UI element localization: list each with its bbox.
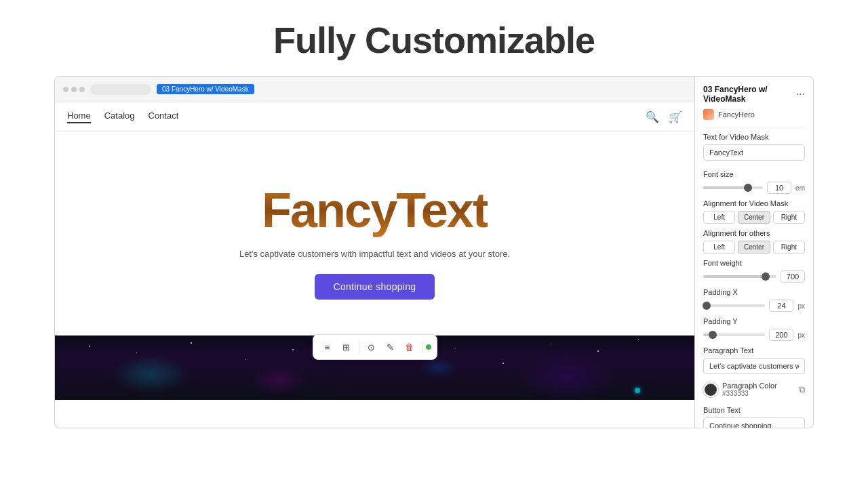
text-for-video-mask-label: Text for Video Mask — [703, 133, 805, 141]
browser-chrome: 03 FancyHero w/ VideoMask — [55, 77, 694, 102]
font-weight-fill — [703, 275, 766, 278]
padding-y-unit: px — [797, 331, 805, 339]
align-others-right[interactable]: Right — [773, 241, 805, 253]
paragraph-color-row: Paragraph Color #333333 ⧉ — [703, 378, 805, 401]
toolbar-separator-1 — [359, 341, 359, 353]
browser-dot-2 — [71, 87, 77, 92]
fancy-text-display: FancyText — [262, 182, 488, 238]
toolbar-link-btn[interactable]: ⊙ — [363, 338, 380, 356]
font-weight-label: Font weight — [703, 259, 805, 267]
alignment-others-group: Left Center Right — [703, 241, 805, 253]
paragraph-color-info: Paragraph Color #333333 — [722, 382, 795, 397]
section-toolbar: ≡ ⊞ ⊙ ✎ 🗑 — [313, 334, 437, 360]
font-size-value[interactable]: 10 — [767, 182, 791, 194]
font-weight-thumb[interactable] — [762, 272, 770, 281]
nav-link-catalog[interactable]: Catalog — [104, 110, 135, 123]
store-paragraph: Let's captivate customers with impactful… — [239, 249, 510, 259]
section-indicator: 03 FancyHero w/ VideoMask — [157, 84, 254, 94]
font-size-slider-row: 10 em — [703, 182, 805, 194]
store-content: FancyText Let's captivate customers with… — [55, 132, 694, 336]
address-bar — [90, 84, 151, 95]
cart-icon[interactable]: 🛒 — [669, 110, 682, 123]
align-others-left[interactable]: Left — [703, 241, 735, 253]
browser-dots — [63, 87, 85, 92]
toolbar-edit-btn[interactable]: ✎ — [382, 338, 399, 356]
toolbar-separator-2 — [422, 341, 422, 353]
store-nav-icons: 🔍 🛒 — [646, 110, 682, 123]
font-size-thumb[interactable] — [744, 184, 752, 192]
align-video-left[interactable]: Left — [703, 211, 735, 224]
padding-x-value[interactable]: 24 — [769, 300, 793, 312]
toolbar-status-dot — [426, 344, 431, 350]
padding-x-unit: px — [797, 302, 805, 310]
paragraph-color-swatch[interactable] — [703, 382, 718, 397]
padding-x-label: Padding X — [703, 288, 805, 296]
padding-y-slider-row: 200 px — [703, 329, 805, 341]
nav-link-home[interactable]: Home — [67, 110, 91, 123]
padding-x-slider-row: 24 px — [703, 300, 805, 312]
padding-y-value[interactable]: 200 — [769, 329, 793, 341]
text-for-video-mask-input[interactable] — [703, 144, 805, 161]
alignment-video-mask-label: Alignment for Video Mask — [703, 199, 805, 207]
font-weight-value[interactable]: 700 — [781, 270, 805, 283]
paragraph-color-copy[interactable]: ⧉ — [799, 384, 805, 395]
toolbar-delete-btn[interactable]: 🗑 — [401, 338, 418, 356]
font-size-unit: em — [795, 184, 805, 192]
font-size-label: Font size — [703, 170, 805, 178]
page-heading: Fully Customizable — [0, 0, 868, 76]
main-container: 03 FancyHero w/ VideoMask Home Catalog C… — [54, 76, 814, 428]
nav-link-contact[interactable]: Contact — [149, 110, 179, 123]
font-weight-track[interactable] — [703, 275, 776, 278]
preview-panel: 03 FancyHero w/ VideoMask Home Catalog C… — [54, 76, 695, 428]
font-size-track[interactable] — [703, 186, 763, 189]
align-video-right[interactable]: Right — [773, 211, 805, 224]
settings-panel-title: 03 FancyHero w/ VideoMask — [703, 85, 796, 104]
continue-shopping-button[interactable]: Continue shopping — [315, 274, 435, 300]
search-icon[interactable]: 🔍 — [646, 110, 659, 123]
paragraph-color-hex: #333333 — [722, 390, 795, 397]
font-weight-slider-row: 700 — [703, 270, 805, 283]
padding-x-thumb[interactable] — [703, 302, 711, 310]
button-text-input[interactable] — [703, 418, 805, 428]
paragraph-text-input[interactable] — [703, 358, 805, 374]
browser-dot-1 — [63, 87, 68, 92]
padding-y-track[interactable] — [703, 333, 765, 336]
padding-y-thumb[interactable] — [709, 331, 717, 339]
align-others-center[interactable]: Center — [738, 241, 770, 253]
align-video-center[interactable]: Center — [738, 211, 770, 224]
settings-panel: 03 FancyHero w/ VideoMask ··· FancyHero … — [695, 76, 814, 428]
toolbar-move-btn[interactable]: ≡ — [319, 338, 336, 356]
paragraph-color-label: Paragraph Color — [722, 382, 795, 390]
alignment-others-label: Alignment for others — [703, 229, 805, 237]
store-nav: Home Catalog Contact 🔍 🛒 — [55, 102, 694, 132]
font-size-fill — [703, 186, 748, 189]
settings-more-button[interactable]: ··· — [796, 88, 805, 100]
paragraph-text-label: Paragraph Text — [703, 346, 805, 354]
padding-y-label: Padding Y — [703, 317, 805, 325]
toolbar-grid-btn[interactable]: ⊞ — [338, 338, 355, 356]
padding-x-track[interactable] — [703, 304, 765, 307]
browser-dot-3 — [79, 87, 85, 92]
store-nav-links: Home Catalog Contact — [67, 110, 178, 123]
alignment-video-mask-group: Left Center Right — [703, 211, 805, 224]
settings-brand: FancyHero — [703, 109, 805, 120]
divider-1 — [703, 127, 805, 127]
brand-icon — [703, 109, 714, 120]
brand-name: FancyHero — [718, 110, 755, 119]
button-text-label: Button Text — [703, 406, 805, 414]
settings-header: 03 FancyHero w/ VideoMask ··· — [703, 85, 805, 104]
